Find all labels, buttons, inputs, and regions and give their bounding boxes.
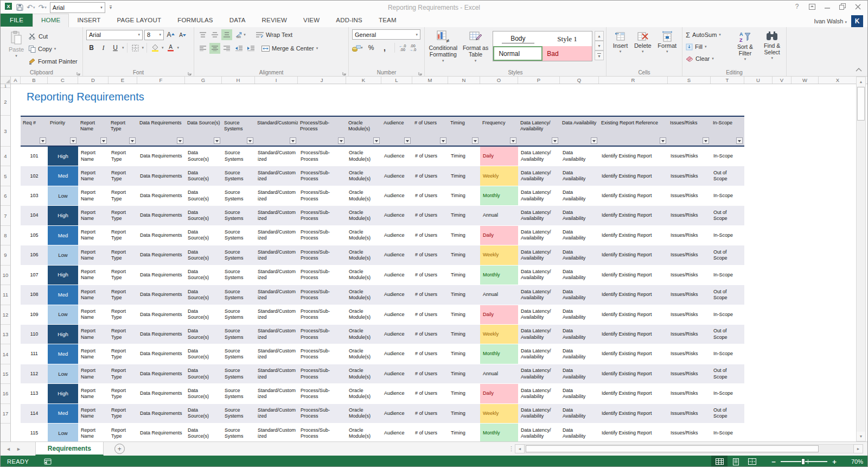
- cell-timing[interactable]: Timing: [448, 344, 480, 363]
- cell-audience[interactable]: Audience: [381, 424, 412, 441]
- filter-dropdown-button[interactable]: [703, 137, 709, 144]
- cell-scope[interactable]: Out of Scope: [711, 364, 744, 383]
- row-header-17[interactable]: 17: [1, 404, 11, 424]
- cell-audience[interactable]: Audience: [381, 166, 412, 185]
- cell-process[interactable]: Process/Sub-Process: [298, 186, 346, 205]
- cell-users[interactable]: # of Users: [412, 206, 448, 225]
- cell-req[interactable]: 113: [21, 384, 48, 403]
- cell-issues[interactable]: Issues/Risks: [668, 305, 711, 324]
- cell-scope[interactable]: In-Scope: [711, 266, 744, 285]
- close-button[interactable]: [850, 1, 865, 12]
- cell-availability[interactable]: Data Availability: [560, 266, 599, 285]
- cell-latency[interactable]: Data Latency/ Availability: [518, 166, 560, 185]
- cell-source_systems[interactable]: Source Systems: [222, 424, 255, 441]
- cell-scope[interactable]: In-Scope: [711, 344, 744, 363]
- cell-timing[interactable]: Timing: [448, 166, 480, 185]
- cell-data_sources[interactable]: Data Source(s): [185, 305, 222, 324]
- underline-button[interactable]: U: [110, 42, 120, 53]
- cell-scope[interactable]: Out of Scope: [711, 245, 744, 264]
- decrease-indent-button[interactable]: [233, 43, 244, 54]
- filter-dropdown-button[interactable]: [552, 137, 558, 144]
- cell-source_systems[interactable]: Source Systems: [222, 206, 255, 225]
- cell-frequency[interactable]: Monthly: [480, 344, 518, 363]
- filter-dropdown-button[interactable]: [510, 137, 516, 144]
- cell-priority[interactable]: High: [48, 206, 78, 225]
- excel-logo-icon[interactable]: X: [5, 2, 13, 12]
- cell-frequency[interactable]: Annual: [480, 206, 518, 225]
- cell-process[interactable]: Process/Sub-Process: [298, 424, 346, 441]
- new-sheet-button[interactable]: +: [114, 444, 125, 454]
- chevron-down-icon[interactable]: ▾: [162, 46, 164, 50]
- cell-report_type[interactable]: Report Type: [108, 147, 137, 166]
- filter-dropdown-button[interactable]: [660, 137, 666, 144]
- cell-report_type[interactable]: Report Type: [108, 285, 137, 304]
- number-format-combobox[interactable]: General▾: [352, 29, 420, 40]
- ribbon-tab-review[interactable]: REVIEW: [254, 14, 296, 27]
- row-header-5[interactable]: 5: [1, 166, 11, 186]
- cell-priority[interactable]: Med: [48, 285, 78, 304]
- macro-record-icon[interactable]: [44, 458, 52, 465]
- cell-latency[interactable]: Data Latency/ Availability: [518, 344, 560, 363]
- filter-dropdown-button[interactable]: [214, 137, 220, 144]
- cell-existing[interactable]: Identify Existing Report: [599, 147, 668, 166]
- cell-data_sources[interactable]: Data Source(s): [185, 404, 222, 423]
- cell-report_name[interactable]: Report Name: [78, 364, 108, 383]
- cell-data_sources[interactable]: Data Source(s): [185, 384, 222, 403]
- collapse-ribbon-button[interactable]: [856, 64, 862, 74]
- cell-existing[interactable]: Identify Existing Report: [599, 266, 668, 285]
- cell-audience[interactable]: Audience: [381, 245, 412, 264]
- cell-data_requirements[interactable]: Data Requirements: [137, 404, 185, 423]
- save-button[interactable]: [16, 4, 23, 11]
- cell-existing[interactable]: Identify Existing Report: [599, 285, 668, 304]
- cell-standard_customized[interactable]: Standard/Custom ized: [255, 147, 298, 166]
- scroll-up-arrow[interactable]: ▲: [857, 77, 865, 86]
- cell-data_requirements[interactable]: Data Requirements: [137, 285, 185, 304]
- redo-button[interactable]: ↷▾: [38, 3, 46, 11]
- cell-availability[interactable]: Data Availability: [560, 364, 599, 383]
- column-filter-header-in-scope[interactable]: In-Scope: [711, 117, 744, 146]
- cell-scope[interactable]: In-Scope: [711, 384, 744, 403]
- cell-process[interactable]: Process/Sub-Process: [298, 206, 346, 225]
- cell-standard_customized[interactable]: Standard/Custom ized: [255, 266, 298, 285]
- normal-view-button[interactable]: [711, 456, 727, 467]
- vertical-scrollbar-thumb[interactable]: [857, 87, 865, 121]
- increase-decimal-button[interactable]: ←.0.00: [399, 44, 406, 52]
- cell-priority[interactable]: Low: [48, 186, 78, 205]
- filter-dropdown-button[interactable]: [129, 137, 136, 144]
- row-header-7[interactable]: 7: [1, 206, 11, 225]
- cell-timing[interactable]: Timing: [448, 266, 480, 285]
- cell-report_type[interactable]: Report Type: [108, 404, 137, 423]
- cell-source_systems[interactable]: Source Systems: [222, 226, 255, 245]
- cell-process[interactable]: Process/Sub-Process: [298, 344, 346, 363]
- alignment-dialog-launcher[interactable]: [342, 69, 347, 74]
- fill-color-button[interactable]: [150, 42, 160, 53]
- cell-audience[interactable]: Audience: [381, 186, 412, 205]
- column-header-c[interactable]: C: [48, 77, 78, 84]
- column-filter-header-frequency[interactable]: Frequency: [480, 117, 518, 146]
- cell-availability[interactable]: Data Availability: [560, 186, 599, 205]
- cell-data_sources[interactable]: Data Source(s): [185, 206, 222, 225]
- column-header-n[interactable]: N: [448, 77, 480, 84]
- cell-source_systems[interactable]: Source Systems: [222, 305, 255, 324]
- cell-scope[interactable]: In-Scope: [711, 147, 744, 166]
- cell-source_systems[interactable]: Source Systems: [222, 186, 255, 205]
- filter-dropdown-button[interactable]: [40, 137, 46, 144]
- filter-dropdown-button[interactable]: [290, 137, 296, 144]
- cell-availability[interactable]: Data Availability: [560, 206, 599, 225]
- column-header-m[interactable]: M: [412, 77, 448, 84]
- cell-standard_customized[interactable]: Standard/Custom ized: [255, 364, 298, 383]
- zoom-slider-thumb[interactable]: [801, 458, 805, 465]
- ribbon-tab-formulas[interactable]: FORMULAS: [169, 14, 221, 27]
- cell-data_sources[interactable]: Data Source(s): [185, 186, 222, 205]
- column-header-a[interactable]: A: [11, 77, 21, 84]
- cell-priority[interactable]: Med: [48, 404, 78, 423]
- increase-indent-button[interactable]: [245, 43, 256, 54]
- cell-issues[interactable]: Issues/Risks: [668, 424, 711, 441]
- minimize-button[interactable]: [820, 1, 835, 12]
- style-item-style1[interactable]: Style 1: [542, 31, 592, 46]
- cell-timing[interactable]: Timing: [448, 424, 480, 441]
- cell-report_name[interactable]: Report Name: [78, 285, 108, 304]
- cell-standard_customized[interactable]: Standard/Custom ized: [255, 245, 298, 264]
- font-family-combobox[interactable]: Arial▾: [86, 30, 143, 40]
- cell-data_requirements[interactable]: Data Requirements: [137, 364, 185, 383]
